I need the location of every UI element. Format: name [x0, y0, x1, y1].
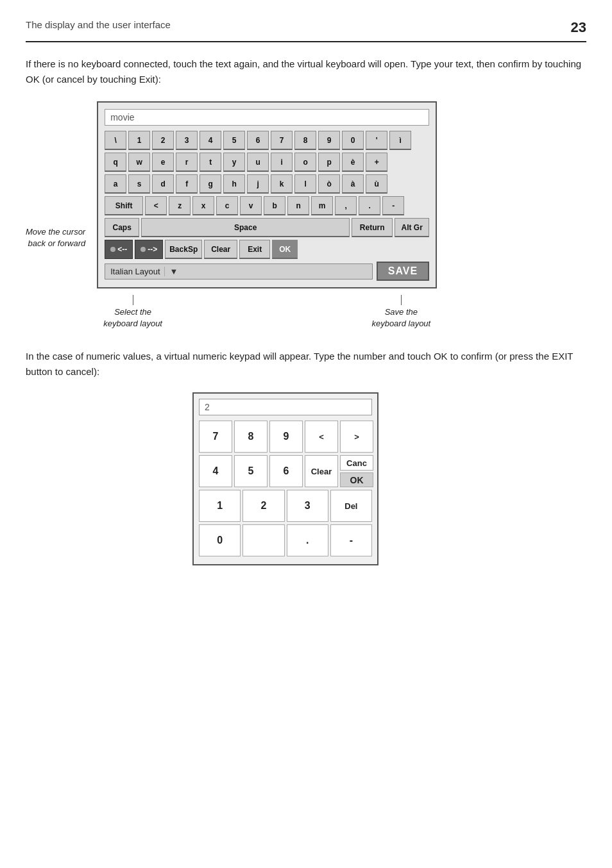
key-e[interactable]: e — [152, 153, 174, 172]
key-l[interactable]: l — [294, 174, 316, 194]
key-p[interactable]: p — [318, 153, 340, 172]
key-w[interactable]: w — [128, 153, 150, 172]
num-key-1[interactable]: 1 — [199, 490, 241, 522]
num-key-0[interactable]: 0 — [199, 524, 241, 556]
numpad-box: 2 7 8 9 < > 4 5 6 Clear Canc OK 1 2 3 De… — [192, 392, 378, 565]
key-j[interactable]: j — [247, 174, 269, 194]
num-key-gt[interactable]: > — [340, 421, 373, 453]
key-7[interactable]: 7 — [271, 131, 293, 150]
key-b[interactable]: b — [264, 196, 285, 215]
key-5[interactable]: 5 — [223, 131, 245, 150]
key-i[interactable]: i — [271, 153, 293, 172]
key-altgr[interactable]: Alt Gr — [395, 218, 429, 237]
key-comma[interactable]: , — [335, 196, 357, 215]
kb-row-2: q w e r t y u i o p è + — [105, 153, 429, 172]
key-r[interactable]: r — [176, 153, 198, 172]
kb-row-5: Caps Space Return Alt Gr — [105, 218, 429, 237]
layout-label: Italian Layout — [110, 267, 160, 276]
keyboard-diagram-area: Move the cursor back or forward movie \ … — [26, 101, 586, 330]
side-label-col: Move the cursor back or forward — [26, 101, 85, 249]
key-2[interactable]: 2 — [152, 131, 174, 150]
key-shift[interactable]: Shift — [105, 196, 143, 215]
paragraph-2: In the case of numeric values, a virtual… — [26, 349, 586, 380]
paragraph-1: If there is no keyboard connected, touch… — [26, 56, 586, 87]
key-f[interactable]: f — [176, 174, 198, 194]
key-u[interactable]: u — [247, 153, 269, 172]
num-key-9[interactable]: 9 — [269, 421, 303, 453]
save-button[interactable]: SAVE — [377, 262, 429, 281]
key-6[interactable]: 6 — [247, 131, 269, 150]
key-lt[interactable]: < — [145, 196, 167, 215]
num-key-ok[interactable]: OK — [340, 472, 373, 488]
numpad-wrapper: 2 7 8 9 < > 4 5 6 Clear Canc OK 1 2 3 De… — [192, 392, 378, 565]
key-s[interactable]: s — [128, 174, 150, 194]
numpad-row-3: 1 2 3 Del — [199, 490, 372, 522]
keyboard-box: movie \ 1 2 3 4 5 6 7 8 9 0 ' ì q w — [97, 101, 437, 288]
key-q[interactable]: q — [105, 153, 126, 172]
key-o[interactable]: o — [294, 153, 316, 172]
key-y[interactable]: y — [223, 153, 245, 172]
key-g[interactable]: g — [200, 174, 221, 194]
key-egrave[interactable]: è — [342, 153, 364, 172]
key-dash[interactable]: - — [382, 196, 404, 215]
kb-row-3: a s d f g h j k l ò à ù — [105, 174, 429, 194]
page-header: The display and the user interface 23 — [26, 19, 586, 42]
key-4[interactable]: 4 — [200, 131, 221, 150]
canc-ok-col: Canc OK — [340, 455, 373, 487]
key-backslash[interactable]: \ — [105, 131, 126, 150]
key-a[interactable]: a — [105, 174, 126, 194]
key-9[interactable]: 9 — [318, 131, 340, 150]
key-m[interactable]: m — [311, 196, 333, 215]
page-number: 23 — [571, 19, 586, 36]
num-key-clear[interactable]: Clear — [305, 455, 338, 487]
key-0[interactable]: 0 — [342, 131, 364, 150]
key-z[interactable]: z — [169, 196, 191, 215]
key-3[interactable]: 3 — [176, 131, 198, 150]
key-space[interactable]: Space — [141, 218, 350, 237]
key-ok[interactable]: OK — [272, 240, 298, 259]
key-return[interactable]: Return — [352, 218, 393, 237]
key-ugrave[interactable]: ù — [366, 174, 387, 194]
key-igrave[interactable]: ì — [389, 131, 411, 150]
key-period[interactable]: . — [359, 196, 380, 215]
numpad-row-4: 0 . - — [199, 524, 372, 556]
layout-select[interactable]: Italian Layout ▼ — [105, 263, 373, 280]
key-h[interactable]: h — [223, 174, 245, 194]
key-t[interactable]: t — [200, 153, 221, 172]
num-key-canc[interactable]: Canc — [340, 455, 373, 471]
key-ograve[interactable]: ò — [318, 174, 340, 194]
num-key-8[interactable]: 8 — [234, 421, 268, 453]
key-k[interactable]: k — [271, 174, 293, 194]
layout-dropdown-arrow[interactable]: ▼ — [164, 267, 178, 276]
key-d[interactable]: d — [152, 174, 174, 194]
num-key-lt[interactable]: < — [305, 421, 338, 453]
key-backspace[interactable]: BackSp — [165, 240, 202, 259]
key-c[interactable]: c — [216, 196, 238, 215]
num-key-7[interactable]: 7 — [199, 421, 232, 453]
key-plus[interactable]: + — [366, 153, 387, 172]
num-key-del[interactable]: Del — [330, 490, 372, 522]
key-x[interactable]: x — [192, 196, 214, 215]
num-key-2[interactable]: 2 — [242, 490, 284, 522]
num-key-dot[interactable]: . — [287, 524, 328, 556]
key-apostrophe[interactable]: ' — [366, 131, 387, 150]
key-n[interactable]: n — [287, 196, 309, 215]
key-v[interactable]: v — [240, 196, 262, 215]
key-1[interactable]: 1 — [128, 131, 150, 150]
keyboard-input[interactable]: movie — [105, 109, 429, 126]
key-arrow-left[interactable]: <-- — [105, 240, 133, 259]
key-arrow-right[interactable]: --> — [135, 240, 163, 259]
kb-footer-row: Italian Layout ▼ SAVE — [105, 262, 429, 281]
key-caps[interactable]: Caps — [105, 218, 139, 237]
key-8[interactable]: 8 — [294, 131, 316, 150]
num-key-minus[interactable]: - — [330, 524, 372, 556]
key-agrave[interactable]: à — [342, 174, 364, 194]
num-key-empty — [242, 524, 284, 556]
key-exit[interactable]: Exit — [239, 240, 270, 259]
num-key-5[interactable]: 5 — [234, 455, 268, 487]
num-key-6[interactable]: 6 — [269, 455, 303, 487]
num-key-3[interactable]: 3 — [287, 490, 328, 522]
num-key-4[interactable]: 4 — [199, 455, 232, 487]
numpad-input[interactable]: 2 — [199, 399, 372, 415]
key-clear[interactable]: Clear — [204, 240, 237, 259]
